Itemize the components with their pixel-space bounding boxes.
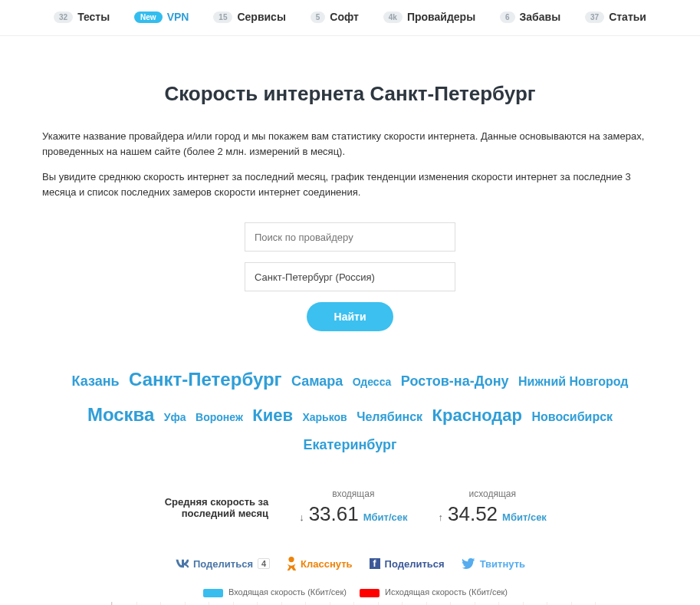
legend-swatch-in — [203, 589, 223, 597]
city-tag[interactable]: Москва — [87, 404, 154, 425]
city-tag[interactable]: Одесса — [353, 376, 392, 388]
nav-item-1[interactable]: NewVPN — [134, 11, 189, 23]
nav-item-4[interactable]: 4kПровайдеры — [383, 11, 475, 23]
city-tag[interactable]: Челябинск — [357, 410, 422, 423]
city-tag[interactable]: Казань — [72, 373, 120, 389]
city-tag[interactable]: Екатеринбург — [304, 437, 397, 452]
nav-label: Статьи — [609, 11, 646, 23]
count-badge: 32 — [54, 12, 73, 23]
count-badge: 6 — [500, 12, 515, 23]
avg-out-value: 34.52 — [448, 502, 498, 526]
avg-out-label: исходящая — [468, 488, 516, 499]
city-tag[interactable]: Ростов-на-Дону — [401, 373, 509, 389]
nav-item-6[interactable]: 37Статьи — [585, 11, 646, 23]
nav-label: Тесты — [77, 11, 110, 23]
up-arrow-icon: ↑ — [439, 511, 444, 523]
city-tag[interactable]: Уфа — [164, 411, 186, 423]
chart-legend: Входящая скорость (Кбит/сек) Исходящая с… — [81, 587, 619, 597]
ok-icon — [287, 557, 296, 570]
tw-icon — [462, 558, 475, 569]
share-ok-label: Класснуть — [301, 558, 352, 570]
share-tw-button[interactable]: Твитнуть — [462, 558, 525, 570]
share-fb-button[interactable]: f Поделиться — [370, 558, 445, 570]
avg-out-unit: Мбит/сек — [502, 511, 547, 523]
share-fb-label: Поделиться — [385, 558, 445, 570]
share-vk-count: 4 — [258, 558, 270, 569]
city-search-input[interactable] — [245, 262, 455, 291]
legend-label-out: Исходящая скорость (Кбит/сек) — [385, 587, 508, 597]
city-tag[interactable]: Киев — [252, 406, 293, 425]
share-ok-button[interactable]: Класснуть — [287, 557, 352, 570]
avg-speed-block: Средняя скорость за последний месяц вход… — [42, 488, 658, 526]
share-vk-label: Поделиться — [193, 558, 253, 570]
find-button[interactable]: Найти — [307, 302, 394, 331]
city-tag[interactable]: Новосибирск — [531, 410, 613, 423]
nav-label: Сервисы — [237, 11, 285, 23]
nav-item-2[interactable]: 15Сервисы — [213, 11, 286, 23]
nav-label: VPN — [167, 11, 189, 23]
fb-icon: f — [370, 558, 380, 569]
count-badge: 37 — [585, 12, 604, 23]
provider-search-input[interactable] — [245, 222, 455, 252]
count-badge: 15 — [213, 12, 232, 23]
avg-in-value: 33.61 — [309, 502, 359, 526]
chart-area: 4000045000 — [111, 602, 619, 605]
city-tag[interactable]: Нижний Новгород — [518, 375, 628, 388]
page-desc-1: Укажите название провайдера и/или город … — [42, 129, 658, 159]
city-tag[interactable]: Санкт-Петербург — [129, 369, 281, 390]
nav-label: Софт — [330, 11, 359, 23]
nav-item-3[interactable]: 5Софт — [311, 11, 359, 23]
legend-label-in: Входящая скорость (Кбит/сек) — [228, 587, 347, 597]
city-tag[interactable]: Воронеж — [196, 411, 243, 423]
avg-speed-label: Средняя скорость за последний месяц — [153, 496, 268, 519]
city-tag-cloud: Казань Санкт-Петербург Самара Одесса Рос… — [42, 362, 658, 458]
count-badge: 5 — [311, 12, 326, 23]
share-bar: Поделиться 4 Класснуть f Поделиться Твит… — [42, 557, 658, 570]
legend-swatch-out — [360, 589, 380, 597]
nav-item-5[interactable]: 6Забавы — [500, 11, 560, 23]
down-arrow-icon: ↓ — [299, 511, 304, 523]
share-tw-label: Твитнуть — [480, 558, 525, 570]
page-title: Скорость интернета Санкт-Петербург — [42, 82, 658, 106]
top-nav: 32ТестыNewVPN15Сервисы5Софт4kПровайдеры6… — [0, 0, 700, 36]
city-tag[interactable]: Харьков — [302, 411, 347, 423]
avg-in-label: входящая — [332, 488, 374, 499]
count-badge: 4k — [383, 12, 403, 23]
nav-item-0[interactable]: 32Тесты — [54, 11, 110, 23]
city-tag[interactable]: Самара — [291, 373, 343, 389]
svg-point-0 — [289, 557, 294, 562]
search-form: Найти — [42, 222, 658, 331]
vk-icon — [175, 558, 189, 569]
nav-label: Забавы — [520, 11, 561, 23]
new-badge: New — [134, 12, 163, 23]
speed-chart: Входящая скорость (Кбит/сек) Исходящая с… — [42, 587, 658, 605]
city-tag[interactable]: Краснодар — [432, 406, 522, 425]
avg-in-unit: Мбит/сек — [363, 511, 408, 523]
share-vk-button[interactable]: Поделиться 4 — [175, 558, 270, 570]
page-desc-2: Вы увидите среднюю скорость интернет за … — [42, 169, 658, 199]
nav-label: Провайдеры — [407, 11, 475, 23]
